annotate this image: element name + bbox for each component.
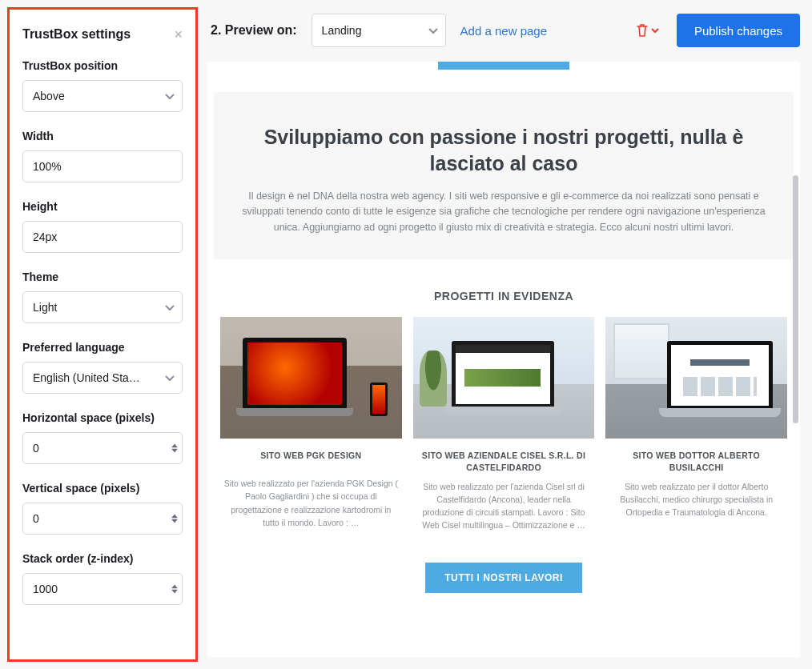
project-title: SITO WEB DOTTOR ALBERTO BUSILACCHI [605,450,787,473]
project-desc: Sito web realizzato per l'azienda Cisel … [413,480,595,532]
label-vspace: Vertical space (pixels) [22,482,183,495]
input-height[interactable] [22,221,183,253]
select-position[interactable]: Above [22,80,183,112]
label-height: Height [22,200,183,213]
sidebar-title: TrustBox settings [22,27,131,42]
site-intro: Il design è nel DNA della nostra web age… [231,189,776,235]
publish-button[interactable]: Publish changes [677,14,800,47]
site-cta-bar [438,62,569,70]
close-icon[interactable]: × [174,27,183,42]
add-page-link[interactable]: Add a new page [460,24,547,38]
select-theme[interactable]: Light [22,291,183,323]
preview-frame: Sviluppiamo con passione i nostri proget… [207,62,800,657]
project-thumbnail [220,317,402,439]
settings-sidebar: TrustBox settings × TrustBox position Ab… [7,7,198,662]
site-section-title: PROGETTI IN EVIDENZA [214,290,794,302]
label-hspace: Horizontal space (pixels) [22,411,183,424]
scrollbar[interactable] [793,71,798,647]
number-stepper[interactable] [171,515,178,523]
main-panel: 2. Preview on: Landing Add a new page Pu… [206,7,805,662]
number-stepper[interactable] [171,585,178,594]
number-stepper[interactable] [171,444,178,453]
select-language[interactable]: English (United Sta… [22,362,183,394]
input-width[interactable] [22,150,183,182]
preview-label: 2. Preview on: [211,23,297,38]
delete-dropdown[interactable] [633,20,662,41]
label-zindex: Stack order (z-index) [22,552,183,565]
project-title: SITO WEB AZIENDALE CISEL S.R.L. DI CASTE… [413,450,595,473]
trash-icon [636,23,649,38]
site-heading: Sviluppiamo con passione i nostri proget… [231,124,776,176]
select-page[interactable]: Landing [312,14,446,47]
chevron-down-icon [651,28,659,34]
input-hspace[interactable] [22,432,183,464]
project-thumbnail [413,317,595,439]
project-card[interactable]: SITO WEB PGK DESIGN Sito web realizzato … [220,317,402,531]
project-desc: Sito web realizzato per il dottor Albert… [605,480,787,519]
input-vspace[interactable] [22,503,183,535]
label-language: Preferred language [22,341,183,354]
all-projects-button[interactable]: TUTTI I NOSTRI LAVORI [425,563,582,593]
topbar: 2. Preview on: Landing Add a new page Pu… [206,14,805,62]
project-desc: Sito web realizzato per l'azienda PGK De… [220,477,402,529]
label-position: TrustBox position [22,59,183,72]
input-zindex[interactable] [22,573,183,605]
project-card[interactable]: SITO WEB DOTTOR ALBERTO BUSILACCHI Sito … [605,317,787,531]
label-width: Width [22,130,183,142]
project-thumbnail [605,317,787,439]
project-card[interactable]: SITO WEB AZIENDALE CISEL S.R.L. DI CASTE… [413,317,595,531]
project-title: SITO WEB PGK DESIGN [220,450,402,471]
label-theme: Theme [22,270,183,283]
